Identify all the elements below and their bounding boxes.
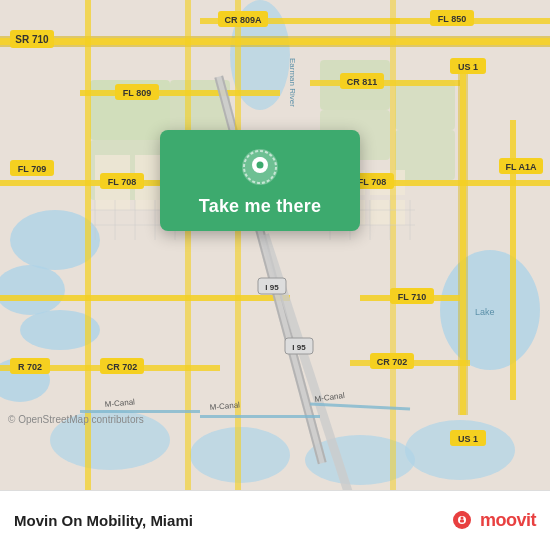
svg-text:US 1: US 1: [458, 62, 478, 72]
svg-text:SR 710: SR 710: [15, 34, 49, 45]
svg-text:CR 811: CR 811: [347, 77, 378, 87]
svg-text:US 1: US 1: [458, 434, 478, 444]
svg-text:Earman River: Earman River: [288, 58, 297, 107]
take-me-there-button[interactable]: Take me there: [199, 196, 321, 217]
svg-text:I 95: I 95: [292, 343, 306, 352]
svg-text:FL 809: FL 809: [123, 88, 151, 98]
svg-rect-32: [80, 90, 280, 96]
svg-rect-33: [310, 80, 460, 86]
svg-rect-49: [185, 0, 191, 490]
svg-rect-53: [200, 415, 320, 418]
svg-point-114: [460, 516, 463, 519]
location-pin-icon: [241, 148, 279, 186]
attribution-text: © OpenStreetMap contributors: [8, 414, 144, 425]
svg-text:FL 708: FL 708: [108, 177, 136, 187]
bottom-left-info: Movin On Mobility, Miami: [14, 512, 193, 529]
bottom-bar: Movin On Mobility, Miami moovit: [0, 490, 550, 550]
app-title: Movin On Mobility, Miami: [14, 512, 193, 529]
svg-rect-26: [370, 200, 405, 225]
svg-text:R 702: R 702: [18, 362, 42, 372]
moovit-wordmark: moovit: [480, 510, 536, 531]
svg-text:I 95: I 95: [265, 283, 279, 292]
map-container: SR 710 CR 809A FL 850 FL 709 FL 809 CR 8…: [0, 0, 550, 490]
svg-text:FL 708: FL 708: [358, 177, 386, 187]
tooltip-card: Take me there: [160, 130, 360, 231]
svg-rect-40: [0, 295, 290, 301]
svg-text:FL 709: FL 709: [18, 164, 46, 174]
svg-rect-27: [0, 38, 550, 45]
moovit-pin-icon: [448, 507, 476, 535]
svg-point-9: [405, 420, 515, 480]
svg-text:CR 702: CR 702: [377, 357, 408, 367]
svg-text:CR 809A: CR 809A: [224, 15, 262, 25]
svg-text:FL A1A: FL A1A: [505, 162, 537, 172]
svg-rect-52: [80, 410, 200, 413]
svg-text:CR 702: CR 702: [107, 362, 138, 372]
svg-rect-51: [390, 0, 396, 490]
moovit-logo: moovit: [448, 507, 536, 535]
svg-text:FL 710: FL 710: [398, 292, 426, 302]
svg-rect-115: [460, 519, 464, 522]
svg-text:Lake: Lake: [475, 307, 495, 317]
svg-text:FL 850: FL 850: [438, 14, 466, 24]
svg-rect-28: [0, 36, 550, 38]
svg-point-111: [257, 162, 264, 169]
svg-rect-29: [0, 45, 550, 47]
svg-rect-16: [395, 80, 455, 130]
